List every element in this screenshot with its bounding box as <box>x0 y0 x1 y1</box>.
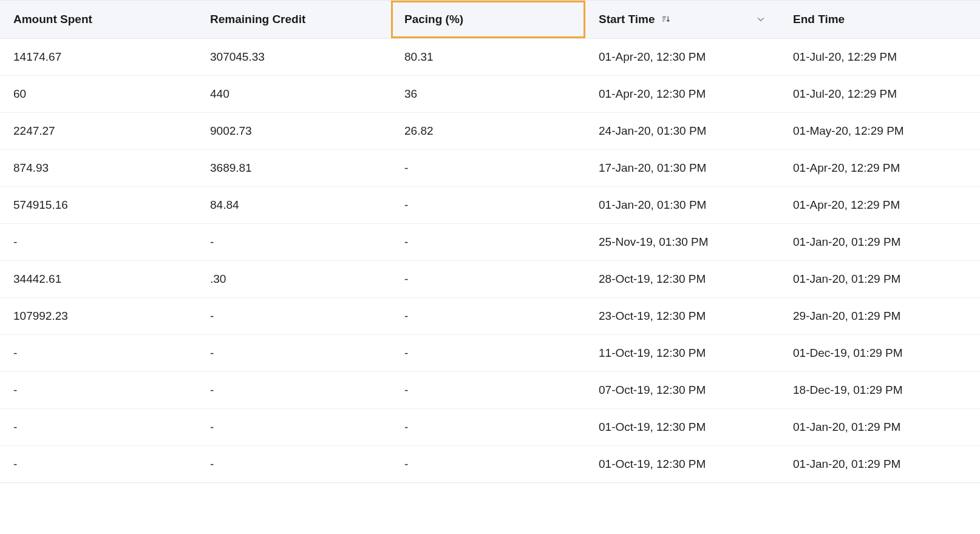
cell-pacing: 26.82 <box>391 112 585 149</box>
cell-amount-spent: - <box>0 334 197 371</box>
cell-amount-spent: 107992.23 <box>0 297 197 334</box>
cell-pacing: - <box>391 260 585 297</box>
cell-end-time: 18-Dec-19, 01:29 PM <box>780 371 980 408</box>
cell-pacing: - <box>391 445 585 482</box>
cell-start-time: 17-Jan-20, 01:30 PM <box>585 149 780 186</box>
cell-start-time: 01-Oct-19, 12:30 PM <box>585 408 780 445</box>
table-row[interactable]: ---01-Oct-19, 12:30 PM01-Jan-20, 01:29 P… <box>0 408 980 445</box>
cell-end-time: 01-Jan-20, 01:29 PM <box>780 223 980 260</box>
cell-start-time: 01-Jan-20, 01:30 PM <box>585 186 780 223</box>
cell-end-time: 01-May-20, 12:29 PM <box>780 112 980 149</box>
cell-pacing: - <box>391 223 585 260</box>
table-body: 14174.67307045.3380.3101-Apr-20, 12:30 P… <box>0 38 980 482</box>
table-row[interactable]: 574915.1684.84-01-Jan-20, 01:30 PM01-Apr… <box>0 186 980 223</box>
cell-start-time: 28-Oct-19, 12:30 PM <box>585 260 780 297</box>
cell-amount-spent: - <box>0 223 197 260</box>
cell-end-time: 01-Apr-20, 12:29 PM <box>780 149 980 186</box>
table-row[interactable]: 107992.23--23-Oct-19, 12:30 PM29-Jan-20,… <box>0 297 980 334</box>
table-row[interactable]: 2247.279002.7326.8224-Jan-20, 01:30 PM01… <box>0 112 980 149</box>
cell-amount-spent: 2247.27 <box>0 112 197 149</box>
sort-descending-icon <box>661 15 671 24</box>
cell-remaining-credit: 307045.33 <box>197 38 391 75</box>
cell-end-time: 01-Dec-19, 01:29 PM <box>780 334 980 371</box>
cell-remaining-credit: 84.84 <box>197 186 391 223</box>
chevron-down-icon <box>755 14 766 25</box>
column-header-end-time[interactable]: End Time <box>780 1 980 38</box>
cell-pacing: - <box>391 371 585 408</box>
cell-remaining-credit: 9002.73 <box>197 112 391 149</box>
cell-remaining-credit: - <box>197 371 391 408</box>
table-row[interactable]: ---11-Oct-19, 12:30 PM01-Dec-19, 01:29 P… <box>0 334 980 371</box>
cell-end-time: 01-Jan-20, 01:29 PM <box>780 408 980 445</box>
cell-start-time: 01-Apr-20, 12:30 PM <box>585 38 780 75</box>
cell-amount-spent: 874.93 <box>0 149 197 186</box>
table-row[interactable]: ---07-Oct-19, 12:30 PM18-Dec-19, 01:29 P… <box>0 371 980 408</box>
cell-amount-spent: 574915.16 <box>0 186 197 223</box>
cell-remaining-credit: - <box>197 408 391 445</box>
cell-amount-spent: 34442.61 <box>0 260 197 297</box>
table-row[interactable]: 34442.61.30-28-Oct-19, 12:30 PM01-Jan-20… <box>0 260 980 297</box>
header-label: Start Time <box>599 13 655 26</box>
cell-end-time: 01-Jan-20, 01:29 PM <box>780 260 980 297</box>
cell-start-time: 25-Nov-19, 01:30 PM <box>585 223 780 260</box>
data-table: Amount Spent Remaining Credit Pacing (%)… <box>0 0 980 483</box>
header-label: Pacing (%) <box>404 13 463 26</box>
cell-amount-spent: - <box>0 408 197 445</box>
cell-end-time: 01-Jan-20, 01:29 PM <box>780 445 980 482</box>
header-label: Amount Spent <box>13 13 92 26</box>
table-header: Amount Spent Remaining Credit Pacing (%)… <box>0 1 980 38</box>
cell-remaining-credit: - <box>197 334 391 371</box>
cell-start-time: 01-Apr-20, 12:30 PM <box>585 75 780 112</box>
cell-remaining-credit: - <box>197 297 391 334</box>
table-row[interactable]: ---01-Oct-19, 12:30 PM01-Jan-20, 01:29 P… <box>0 445 980 482</box>
cell-amount-spent: 14174.67 <box>0 38 197 75</box>
column-header-start-time[interactable]: Start Time <box>585 1 780 38</box>
cell-end-time: 01-Jul-20, 12:29 PM <box>780 75 980 112</box>
column-header-pacing[interactable]: Pacing (%) <box>391 1 585 38</box>
column-header-amount-spent[interactable]: Amount Spent <box>0 1 197 38</box>
table-row[interactable]: ---25-Nov-19, 01:30 PM01-Jan-20, 01:29 P… <box>0 223 980 260</box>
column-header-remaining-credit[interactable]: Remaining Credit <box>197 1 391 38</box>
cell-start-time: 11-Oct-19, 12:30 PM <box>585 334 780 371</box>
cell-remaining-credit: - <box>197 445 391 482</box>
cell-pacing: 80.31 <box>391 38 585 75</box>
cell-pacing: - <box>391 334 585 371</box>
cell-remaining-credit: - <box>197 223 391 260</box>
cell-start-time: 01-Oct-19, 12:30 PM <box>585 445 780 482</box>
cell-pacing: - <box>391 297 585 334</box>
cell-end-time: 01-Jul-20, 12:29 PM <box>780 38 980 75</box>
cell-start-time: 07-Oct-19, 12:30 PM <box>585 371 780 408</box>
header-label: End Time <box>793 13 845 26</box>
cell-remaining-credit: .30 <box>197 260 391 297</box>
cell-amount-spent: 60 <box>0 75 197 112</box>
cell-remaining-credit: 3689.81 <box>197 149 391 186</box>
cell-pacing: - <box>391 149 585 186</box>
table-row[interactable]: 14174.67307045.3380.3101-Apr-20, 12:30 P… <box>0 38 980 75</box>
cell-pacing: 36 <box>391 75 585 112</box>
cell-pacing: - <box>391 186 585 223</box>
cell-pacing: - <box>391 408 585 445</box>
cell-start-time: 23-Oct-19, 12:30 PM <box>585 297 780 334</box>
cell-amount-spent: - <box>0 445 197 482</box>
cell-remaining-credit: 440 <box>197 75 391 112</box>
header-label: Remaining Credit <box>210 13 305 26</box>
table-row[interactable]: 604403601-Apr-20, 12:30 PM01-Jul-20, 12:… <box>0 75 980 112</box>
cell-start-time: 24-Jan-20, 01:30 PM <box>585 112 780 149</box>
table-row[interactable]: 874.933689.81-17-Jan-20, 01:30 PM01-Apr-… <box>0 149 980 186</box>
cell-end-time: 29-Jan-20, 01:29 PM <box>780 297 980 334</box>
cell-amount-spent: - <box>0 371 197 408</box>
cell-end-time: 01-Apr-20, 12:29 PM <box>780 186 980 223</box>
